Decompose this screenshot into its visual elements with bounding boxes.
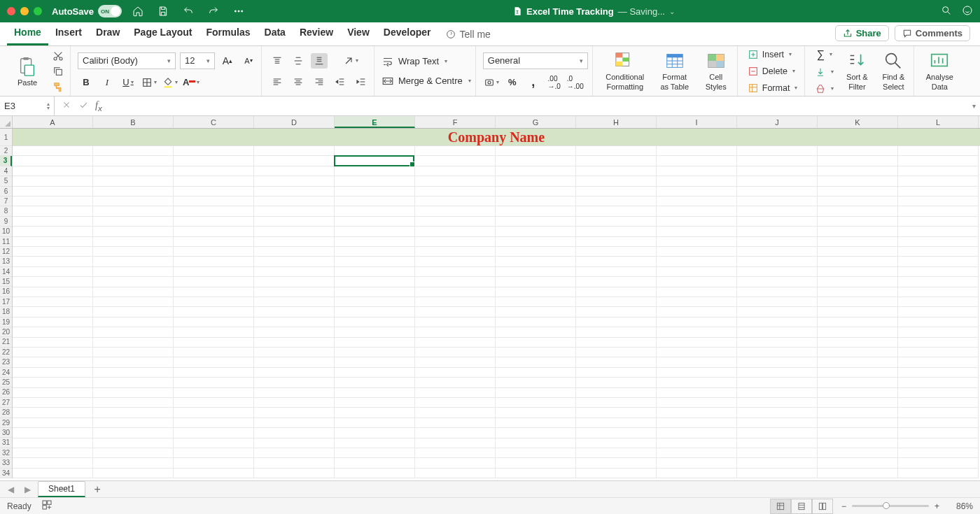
row-header-34[interactable]: 34 — [0, 469, 12, 478]
column-header-B[interactable]: B — [93, 116, 174, 128]
tab-view[interactable]: View — [340, 22, 377, 45]
align-left-icon[interactable] — [269, 74, 286, 90]
namebox-stepper-icon[interactable]: ▴▾ — [47, 102, 50, 110]
cancel-edit-icon[interactable] — [62, 100, 71, 112]
format-cells-button[interactable]: Format▾ — [745, 81, 801, 95]
row-header-28[interactable]: 28 — [0, 408, 12, 417]
row-header-14[interactable]: 14 — [0, 267, 12, 277]
format-as-table-button[interactable]: Formatas Table — [654, 50, 695, 91]
row-header-29[interactable]: 29 — [0, 418, 12, 428]
page-break-view-button[interactable] — [812, 499, 833, 514]
sort-filter-button[interactable]: Sort &Filter — [841, 50, 873, 91]
search-icon[interactable] — [941, 5, 952, 18]
tab-developer[interactable]: Developer — [377, 22, 438, 45]
borders-button[interactable]: ▾ — [141, 75, 158, 90]
name-box[interactable]: E3 ▴▾ — [0, 97, 55, 115]
tab-data[interactable]: Data — [258, 22, 293, 45]
fill-button[interactable]: ▾ — [812, 65, 836, 79]
align-bottom-icon[interactable] — [311, 53, 328, 69]
find-select-button[interactable]: Find &Select — [877, 50, 909, 91]
row-header-2[interactable]: 2 — [0, 146, 12, 156]
row-header-9[interactable]: 9 — [0, 217, 12, 227]
autosave-toggle[interactable]: ON — [98, 5, 122, 17]
cut-icon[interactable] — [50, 50, 66, 62]
row-header-11[interactable]: 11 — [0, 237, 12, 247]
analyse-data-button[interactable]: AnalyseData — [921, 50, 958, 91]
row-header-22[interactable]: 22 — [0, 348, 12, 357]
row-header-1[interactable]: 1 — [0, 129, 12, 146]
tab-home[interactable]: Home — [7, 22, 48, 45]
close-window-button[interactable] — [7, 7, 15, 15]
column-header-C[interactable]: C — [174, 116, 254, 128]
formula-bar-expand-icon[interactable]: ▾ — [968, 102, 980, 110]
select-all-corner[interactable] — [0, 116, 13, 129]
format-painter-icon[interactable] — [50, 80, 66, 93]
font-size-select[interactable]: 12▾ — [180, 52, 215, 69]
insert-function-icon[interactable]: fx — [95, 100, 102, 113]
conditional-formatting-button[interactable]: ConditionalFormatting — [600, 50, 650, 91]
row-header-32[interactable]: 32 — [0, 448, 12, 458]
zoom-slider[interactable] — [852, 505, 929, 507]
tab-formulas[interactable]: Formulas — [200, 22, 258, 45]
cell-styles-button[interactable]: CellStyles — [699, 50, 733, 91]
bold-button[interactable]: B — [78, 75, 94, 90]
accessibility-icon[interactable] — [41, 499, 52, 513]
percent-format-icon[interactable]: % — [504, 75, 521, 90]
row-header-20[interactable]: 20 — [0, 327, 12, 337]
column-header-F[interactable]: F — [415, 116, 496, 128]
confirm-edit-icon[interactable] — [78, 100, 88, 112]
column-header-K[interactable]: K — [818, 116, 898, 128]
page-layout-view-button[interactable] — [791, 499, 812, 514]
decrease-font-icon[interactable]: A▾ — [240, 53, 257, 69]
align-top-icon[interactable] — [269, 53, 286, 69]
insert-cells-button[interactable]: Insert▾ — [745, 48, 794, 62]
row-header-15[interactable]: 15 — [0, 277, 12, 287]
save-icon[interactable] — [155, 5, 171, 17]
row-header-12[interactable]: 12 — [0, 247, 12, 257]
copy-icon[interactable] — [50, 65, 66, 78]
title-dropdown-icon[interactable]: ⌄ — [669, 8, 675, 15]
normal-view-button[interactable] — [770, 499, 791, 514]
font-color-button[interactable]: A▾ — [183, 75, 200, 90]
row-header-13[interactable]: 13 — [0, 257, 12, 266]
increase-indent-icon[interactable] — [353, 74, 370, 90]
row-header-17[interactable]: 17 — [0, 297, 12, 307]
cells-area[interactable]: Company Name — [13, 129, 980, 480]
zoom-percent-label[interactable]: 86% — [945, 501, 973, 511]
row-header-5[interactable]: 5 — [0, 176, 12, 186]
align-center-icon[interactable] — [290, 74, 307, 90]
minimize-window-button[interactable] — [20, 7, 29, 15]
italic-button[interactable]: I — [99, 75, 115, 90]
row-header-27[interactable]: 27 — [0, 398, 12, 408]
align-right-icon[interactable] — [311, 74, 328, 90]
column-header-H[interactable]: H — [576, 116, 657, 128]
row-header-26[interactable]: 26 — [0, 387, 12, 397]
tab-draw[interactable]: Draw — [89, 22, 127, 45]
tell-me-search[interactable]: Tell me — [438, 24, 498, 45]
accounting-format-icon[interactable]: ▾ — [483, 75, 500, 90]
autosum-button[interactable]: ∑▾ — [814, 47, 835, 62]
row-header-33[interactable]: 33 — [0, 458, 12, 468]
undo-icon[interactable] — [181, 5, 196, 17]
zoom-out-button[interactable]: − — [841, 501, 846, 511]
delete-cells-button[interactable]: Delete▾ — [745, 64, 798, 78]
merged-title-cell[interactable]: Company Name — [13, 129, 980, 146]
row-header-8[interactable]: 8 — [0, 206, 12, 216]
row-header-4[interactable]: 4 — [0, 166, 12, 176]
wrap-text-button[interactable]: Wrap Text▾ — [382, 55, 447, 68]
column-header-J[interactable]: J — [737, 116, 818, 128]
column-header-A[interactable]: A — [13, 116, 93, 128]
row-header-10[interactable]: 10 — [0, 227, 12, 236]
zoom-in-button[interactable]: + — [934, 501, 939, 511]
formula-input[interactable] — [109, 97, 968, 115]
feedback-smile-icon[interactable] — [962, 5, 973, 18]
column-header-L[interactable]: L — [898, 116, 979, 128]
row-header-18[interactable]: 18 — [0, 307, 12, 317]
row-header-24[interactable]: 24 — [0, 368, 12, 378]
underline-button[interactable]: U▾ — [120, 75, 136, 90]
sheet-nav-next-icon[interactable]: ▶ — [21, 483, 34, 496]
add-sheet-button[interactable]: + — [90, 482, 105, 497]
merge-centre-button[interactable]: Merge & Centre▾ — [382, 75, 471, 87]
row-header-21[interactable]: 21 — [0, 337, 12, 347]
decrease-indent-icon[interactable] — [332, 74, 349, 90]
